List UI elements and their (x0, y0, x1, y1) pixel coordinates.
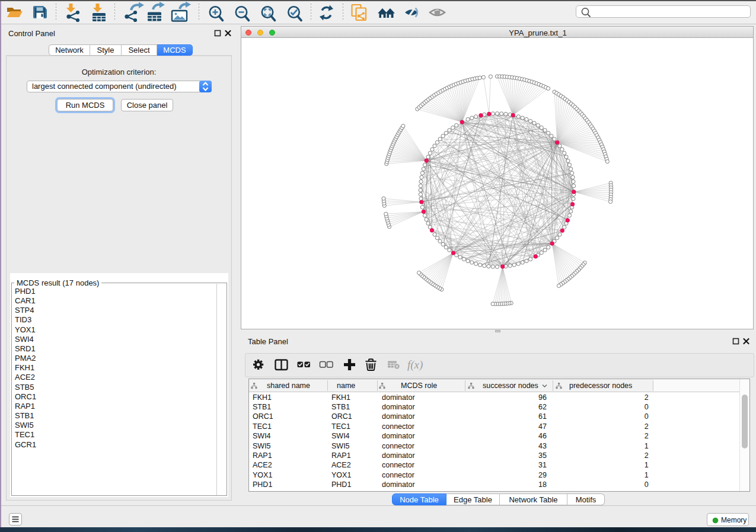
svg-text:f(x): f(x) (407, 358, 423, 371)
